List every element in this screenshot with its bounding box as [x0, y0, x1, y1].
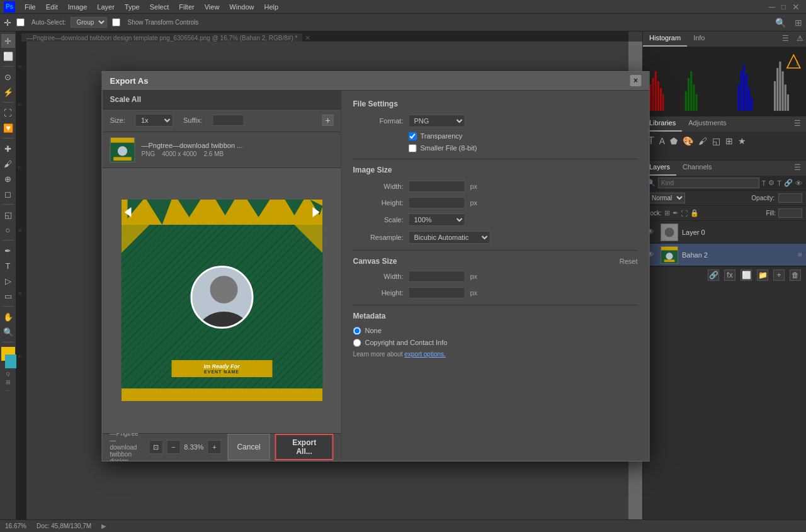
dodge-tool[interactable]: ○ [1, 223, 15, 237]
heal-tool[interactable]: ✚ [1, 142, 15, 156]
add-mask-btn[interactable]: ⬜ [741, 269, 752, 281]
menu-help[interactable]: Help [259, 2, 283, 12]
layers-filter-icon[interactable]: T [762, 179, 766, 187]
new-layer-btn[interactable]: + [773, 269, 785, 281]
preview-fit-btn[interactable]: ⊡ [149, 440, 162, 454]
menu-view[interactable]: View [200, 2, 224, 12]
layers-menu-icon[interactable]: ☰ [789, 161, 806, 176]
close-btn[interactable]: ✕ [792, 2, 800, 12]
blend-mode-select[interactable]: Normal [647, 193, 685, 203]
auto-select-dropdown[interactable]: Group [71, 17, 107, 28]
minimize-btn[interactable]: ─ [769, 2, 775, 12]
suffix-input[interactable]: none [212, 115, 244, 126]
auto-select-checkbox[interactable] [16, 18, 25, 26]
canvas-width-input[interactable]: 4000 [409, 271, 465, 282]
select-tool[interactable]: ⬜ [1, 49, 15, 63]
screen-mode-btn[interactable]: ⊞ [6, 379, 11, 385]
smaller-file-label[interactable]: Smaller File (8-bit) [421, 144, 477, 152]
tab-histogram[interactable]: Histogram [643, 31, 687, 47]
lib-shape-icon[interactable]: ⬟ [670, 136, 678, 146]
menu-file[interactable]: File [20, 2, 40, 12]
img-width-input[interactable]: 4000 [409, 181, 465, 192]
opacity-input[interactable]: 100% [778, 193, 802, 203]
status-arrow[interactable]: ▶ [101, 523, 106, 529]
layers-search-input[interactable] [658, 178, 759, 188]
layers-vis-icon[interactable]: 👁 [795, 179, 802, 187]
smaller-file-checkbox[interactable] [409, 144, 417, 152]
meta-copyright-radio[interactable] [353, 339, 361, 347]
pen-tool[interactable]: ✒ [1, 244, 15, 258]
type-tool[interactable]: T [1, 259, 15, 273]
path-tool[interactable]: ▷ [1, 274, 15, 288]
hand-tool[interactable]: ✋ [1, 310, 15, 324]
brush-tool[interactable]: 🖌 [1, 157, 15, 171]
canvas-height-input[interactable]: 4000 [409, 287, 465, 298]
move-tool[interactable]: ✛ [1, 34, 15, 48]
size-select[interactable]: 1x [135, 114, 173, 127]
extras-btn[interactable]: ··· [6, 388, 10, 393]
menu-filter[interactable]: Filter [174, 2, 198, 12]
search-icon[interactable]: 🔍 [775, 18, 786, 28]
add-scale-button[interactable]: + [322, 115, 334, 126]
reset-button[interactable]: Reset [620, 258, 638, 265]
export-all-button[interactable]: Export All... [275, 434, 334, 460]
crop-tool[interactable]: ⛶ [1, 106, 15, 120]
cancel-button[interactable]: Cancel [227, 434, 270, 460]
tab-adjustments[interactable]: Adjustments [682, 116, 733, 132]
tab-channels[interactable]: Channels [676, 161, 718, 176]
layers-adjust-icon[interactable]: ⚙ [768, 179, 775, 187]
preview-zoom-in-btn[interactable]: + [207, 440, 221, 454]
eraser-tool[interactable]: ◻ [1, 187, 15, 201]
tab-info[interactable]: Info [687, 31, 711, 47]
layer-item-1[interactable]: 👁 Bahan 2 ⊞ [643, 244, 806, 266]
lib-char-icon[interactable]: A [659, 136, 665, 146]
transparency-label[interactable]: Transparency [421, 132, 463, 140]
lib-pattern-icon[interactable]: ⊞ [725, 136, 733, 146]
menu-window[interactable]: Window [225, 2, 258, 12]
transparency-checkbox[interactable] [409, 132, 417, 140]
lib-color-icon[interactable]: 🎨 [683, 136, 693, 146]
menu-type[interactable]: Type [120, 2, 144, 12]
link-layers-btn[interactable]: 🔗 [708, 269, 719, 281]
menu-edit[interactable]: Edit [42, 2, 62, 12]
lock-artboard-icon[interactable]: ⛶ [681, 210, 688, 217]
zoom-tool[interactable]: 🔍 [1, 325, 15, 339]
layers-type-icon[interactable]: T [777, 179, 781, 187]
menu-select[interactable]: Select [145, 2, 174, 12]
meta-copyright-label[interactable]: Copyright and Contact Info [365, 339, 448, 346]
dialog-close-button[interactable]: × [630, 75, 642, 86]
quick-mask-btn[interactable]: Q [6, 371, 9, 376]
shape-tool[interactable]: ▭ [1, 289, 15, 303]
layer-item-0[interactable]: 👁 Layer 0 [643, 221, 806, 244]
fill-input[interactable]: 100% [778, 208, 802, 218]
delete-layer-btn[interactable]: 🗑 [790, 269, 801, 281]
img-height-input[interactable]: 4000 [409, 197, 465, 208]
menu-layer[interactable]: Layer [93, 2, 119, 12]
lock-all-icon[interactable]: 🔒 [690, 209, 699, 217]
meta-none-radio[interactable] [353, 327, 361, 335]
lock-pos-icon[interactable]: ✒ [673, 209, 678, 217]
meta-none-label[interactable]: None [365, 327, 382, 334]
new-group-btn[interactable]: 📁 [757, 269, 768, 281]
fx-btn[interactable]: fx [724, 269, 735, 281]
clone-tool[interactable]: ⊕ [1, 172, 15, 186]
lib-style-icon[interactable]: ★ [738, 136, 746, 146]
show-transform-checkbox[interactable] [112, 18, 120, 26]
preview-zoom-out-btn[interactable]: − [166, 440, 180, 454]
eyedropper-tool[interactable]: 🔽 [1, 121, 15, 135]
libraries-menu-icon[interactable]: ☰ [789, 116, 806, 132]
lib-gradient-icon[interactable]: ◱ [712, 136, 720, 146]
gradient-tool[interactable]: ◱ [1, 208, 15, 222]
lock-pixels-icon[interactable]: ⊞ [664, 209, 670, 217]
format-select[interactable]: PNG JPEG GIF SVG WebP [409, 115, 465, 127]
lasso-tool[interactable]: ⊙ [1, 70, 15, 84]
img-scale-select[interactable]: 100% 50% 200% [409, 213, 465, 226]
menu-image[interactable]: Image [64, 2, 92, 12]
resample-select[interactable]: Bicubic Automatic [409, 231, 491, 244]
layers-link-icon[interactable]: 🔗 [784, 179, 793, 187]
export-options-link[interactable]: export options. [404, 351, 446, 358]
workspace-icon[interactable]: ⊞ [795, 18, 802, 28]
magic-wand-tool[interactable]: ⚡ [1, 85, 15, 99]
restore-btn[interactable]: □ [781, 3, 786, 11]
lib-brush-icon[interactable]: 🖌 [698, 136, 707, 146]
